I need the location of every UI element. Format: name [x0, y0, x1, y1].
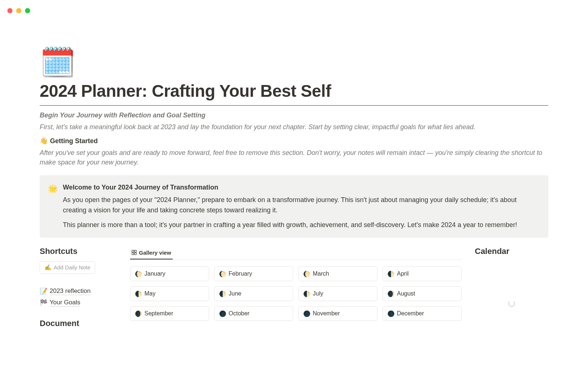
month-name: May [144, 290, 155, 297]
shortcut-links: 📝 2023 reflection 🏁 Your Goals [40, 286, 117, 308]
month-name: August [397, 290, 415, 297]
shortcuts-column: Shortcuts ✍️ Add Daily Note 📝 2023 refle… [40, 247, 117, 333]
gallery-column: Gallery view 🌔January🌔February🌔March🌓Apr… [130, 247, 462, 321]
svg-rect-2 [132, 253, 134, 255]
month-name: April [397, 270, 409, 277]
document-heading: Document [40, 319, 117, 328]
moon-phase-icon: 🌔 [219, 270, 226, 277]
shortcut-link-goals[interactable]: 🏁 Your Goals [40, 297, 117, 308]
month-card[interactable]: 🌓April [383, 266, 462, 281]
page-emoji-icon[interactable]: 🗓️ [40, 48, 75, 77]
moon-phase-icon: 🌒 [135, 310, 141, 317]
wave-icon: 👋 [40, 137, 48, 145]
month-card[interactable]: 🌔February [214, 266, 293, 281]
month-name: July [313, 290, 323, 297]
page-title[interactable]: 2024 Planner: Crafting Your Best Self [40, 81, 548, 101]
callout-body: Welcome to Your 2024 Journey of Transfor… [63, 183, 540, 230]
gallery-view-tab[interactable]: Gallery view [130, 247, 173, 259]
callout-paragraph-1: As you open the pages of your "2024 Plan… [63, 195, 540, 216]
svg-rect-3 [135, 253, 136, 255]
three-column-layout: Shortcuts ✍️ Add Daily Note 📝 2023 refle… [40, 247, 548, 333]
zoom-window-dot[interactable] [25, 8, 30, 13]
moon-phase-icon: 🌓 [135, 290, 141, 297]
month-card[interactable]: 🌓June [214, 286, 293, 301]
moon-phase-icon: 🌒 [387, 290, 394, 297]
month-name: February [229, 270, 252, 277]
welcome-callout: 🌟 Welcome to Your 2024 Journey of Transf… [40, 175, 548, 238]
after-goals-paragraph: After you've set your goals and are read… [40, 148, 548, 167]
month-card[interactable]: 🌓July [298, 286, 377, 301]
moon-phase-icon: 🌑 [219, 310, 226, 317]
memo-icon: 📝 [40, 287, 47, 295]
months-gallery: 🌔January🌔February🌔March🌓April🌓May🌓June🌓J… [130, 266, 462, 321]
month-name: October [229, 310, 250, 317]
moon-phase-icon: 🌔 [303, 270, 310, 277]
callout-title: Welcome to Your 2024 Journey of Transfor… [63, 183, 540, 193]
database-view-tabs: Gallery view [130, 247, 462, 260]
month-name: September [144, 310, 173, 317]
month-card[interactable]: 🌑December [383, 306, 462, 321]
minimize-window-dot[interactable] [16, 8, 21, 13]
shortcut-link-reflection[interactable]: 📝 2023 reflection [40, 286, 117, 297]
moon-phase-icon: 🌓 [303, 290, 310, 297]
writing-hand-icon: ✍️ [44, 264, 51, 271]
moon-phase-icon: 🌑 [303, 310, 310, 317]
svg-rect-1 [135, 250, 136, 252]
calendar-heading: Calendar [475, 247, 548, 256]
gallery-grid-icon [132, 250, 137, 255]
callout-paragraph-2: This planner is more than a tool; it's y… [63, 220, 540, 230]
loading-spinner-icon [508, 300, 515, 307]
moon-phase-icon: 🌓 [219, 290, 226, 297]
add-daily-note-label: Add Daily Note [54, 264, 90, 270]
month-card[interactable]: 🌒September [130, 306, 209, 321]
month-card[interactable]: 🌑October [214, 306, 293, 321]
moon-phase-icon: 🌑 [387, 310, 394, 317]
moon-phase-icon: 🌓 [387, 270, 394, 277]
add-daily-note-button[interactable]: ✍️ Add Daily Note [40, 261, 95, 274]
window-traffic-lights [7, 8, 30, 13]
month-name: March [313, 270, 329, 277]
moon-phase-icon: 🌔 [135, 270, 141, 277]
page-content: 🗓️ 2024 Planner: Crafting Your Best Self… [40, 48, 548, 333]
getting-started-label: Getting Started [50, 137, 98, 145]
close-window-dot[interactable] [7, 8, 12, 13]
shortcuts-heading: Shortcuts [40, 247, 117, 256]
shortcut-link-label: Your Goals [50, 299, 80, 307]
star-icon: 🌟 [48, 183, 58, 230]
month-card[interactable]: 🌒August [383, 286, 462, 301]
month-card[interactable]: 🌔March [298, 266, 377, 281]
month-name: December [397, 310, 424, 317]
svg-rect-0 [132, 250, 134, 252]
month-name: June [229, 290, 241, 297]
month-card[interactable]: 🌓May [130, 286, 209, 301]
intro-paragraph: First, let's take a meaningful look back… [40, 122, 548, 132]
title-divider [40, 105, 548, 106]
gallery-view-label: Gallery view [139, 250, 171, 256]
month-name: November [313, 310, 340, 317]
shortcut-link-label: 2023 reflection [50, 287, 91, 295]
month-card[interactable]: 🌔January [130, 266, 209, 281]
month-card[interactable]: 🌑November [298, 306, 377, 321]
subtitle: Begin Your Journey with Reflection and G… [40, 112, 548, 119]
month-name: January [144, 270, 165, 277]
getting-started-heading: 👋 Getting Started [40, 137, 548, 145]
calendar-column: Calendar [475, 247, 548, 307]
flag-icon: 🏁 [40, 299, 47, 307]
